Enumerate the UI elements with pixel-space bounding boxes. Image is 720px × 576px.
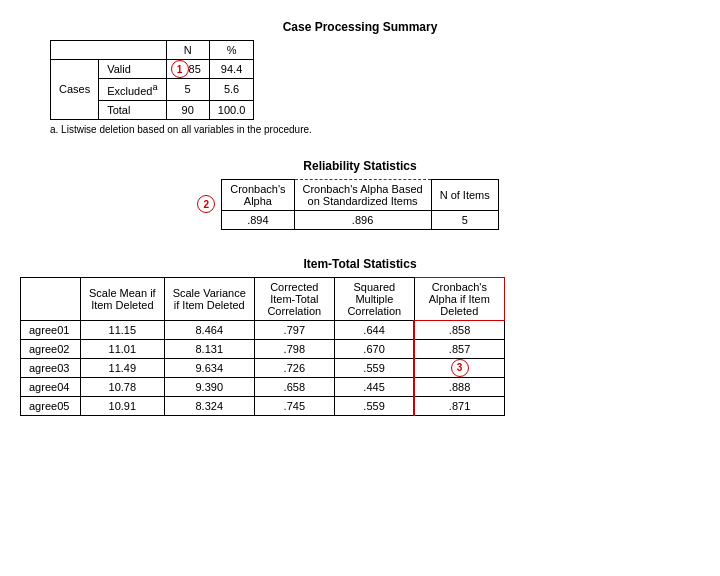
rel-header-alpha: Cronbach's Alpha [222,179,294,210]
it-agree04-c5: .888 [414,377,504,396]
case-processing-title: Case Processing Summary [20,20,700,34]
it-header-cronbach: Cronbach's Alpha if Item Deleted [414,277,504,320]
case-processing-section: Case Processing Summary N % Cases Valid … [20,20,700,135]
table-row: .894 .896 5 [222,210,499,229]
total-label: Total [99,100,166,119]
item-agree01: agree01 [21,320,81,339]
it-agree01-c2: 8.464 [164,320,254,339]
cp-header-empty [51,41,167,60]
it-header-scale-mean: Scale Mean if Item Deleted [81,277,165,320]
item-agree02: agree02 [21,339,81,358]
circle-1: 1 [171,60,189,78]
it-header-scale-var: Scale Variance if Item Deleted [164,277,254,320]
table-row: agree03 11.49 9.634 .726 .559 3 .877 [21,358,505,377]
circle-2: 2 [197,195,215,213]
cp-footnote: a. Listwise deletion based on all variab… [50,124,700,135]
valid-n: 1 85 [166,60,209,79]
excluded-n: 5 [166,79,209,101]
it-agree05-c5: .871 [414,396,504,415]
rel-alpha-val: .894 [222,210,294,229]
valid-n-val: 85 [189,63,201,75]
reliability-table: Cronbach's Alpha Cronbach's Alpha Based … [221,179,499,230]
table-row: Cases Valid 1 85 94.4 [51,60,254,79]
item-agree03: agree03 [21,358,81,377]
rel-header-alpha-std: Cronbach's Alpha Based on Standardized I… [294,179,431,210]
item-agree05: agree05 [21,396,81,415]
reliability-section: Reliability Statistics 2 Cronbach's Alph… [20,159,700,233]
cp-header-pct: % [209,41,254,60]
rel-header-n: N of Items [431,179,498,210]
it-agree05-c4: .559 [334,396,414,415]
valid-label: Valid [99,60,166,79]
it-agree02-c2: 8.131 [164,339,254,358]
it-agree01-c3: .797 [254,320,334,339]
table-row: agree04 10.78 9.390 .658 .445 .888 [21,377,505,396]
table-row: agree05 10.91 8.324 .745 .559 .871 [21,396,505,415]
case-processing-table: N % Cases Valid 1 85 94.4 Excludeda 5 5.… [50,40,254,120]
excluded-pct: 5.6 [209,79,254,101]
it-agree05-c2: 8.324 [164,396,254,415]
it-agree01-c5: .858 [414,320,504,339]
valid-pct: 94.4 [209,60,254,79]
item-total-wrap: Scale Mean if Item Deleted Scale Varianc… [20,277,505,416]
it-agree05-c3: .745 [254,396,334,415]
it-agree03-c4: .559 [334,358,414,377]
table-row: agree01 11.15 8.464 .797 .644 .858 [21,320,505,339]
total-n: 90 [166,100,209,119]
reliability-title: Reliability Statistics [20,159,700,173]
it-agree02-c5: .857 [414,339,504,358]
it-agree05-c1: 10.91 [81,396,165,415]
rel-alpha-std-val: .896 [294,210,431,229]
it-header-empty [21,277,81,320]
excluded-label: Excludeda [99,79,166,101]
it-agree01-c4: .644 [334,320,414,339]
cp-header-n: N [166,41,209,60]
item-total-title: Item-Total Statistics [20,257,700,271]
circle-3: 3 [451,359,469,377]
reliability-table-wrap: 2 Cronbach's Alpha Cronbach's Alpha Base… [221,179,499,230]
item-agree04: agree04 [21,377,81,396]
it-agree03-c1: 11.49 [81,358,165,377]
it-agree04-c4: .445 [334,377,414,396]
it-agree02-c1: 11.01 [81,339,165,358]
it-agree04-c1: 10.78 [81,377,165,396]
item-total-table: Scale Mean if Item Deleted Scale Varianc… [20,277,505,416]
it-agree04-c2: 9.390 [164,377,254,396]
item-total-section: Item-Total Statistics Scale Mean if Item… [20,257,700,419]
it-header-corrected: Corrected Item-Total Correlation [254,277,334,320]
table-row: agree02 11.01 8.131 .798 .670 .857 [21,339,505,358]
it-agree01-c1: 11.15 [81,320,165,339]
total-pct: 100.0 [209,100,254,119]
rel-n-val: 5 [431,210,498,229]
it-agree03-c3: .726 [254,358,334,377]
it-agree04-c3: .658 [254,377,334,396]
it-agree03-c2: 9.634 [164,358,254,377]
it-header-squared: Squared Multiple Correlation [334,277,414,320]
it-agree03-c5: 3 .877 [414,358,504,377]
it-agree02-c4: .670 [334,339,414,358]
cases-label: Cases [51,60,99,120]
it-agree02-c3: .798 [254,339,334,358]
